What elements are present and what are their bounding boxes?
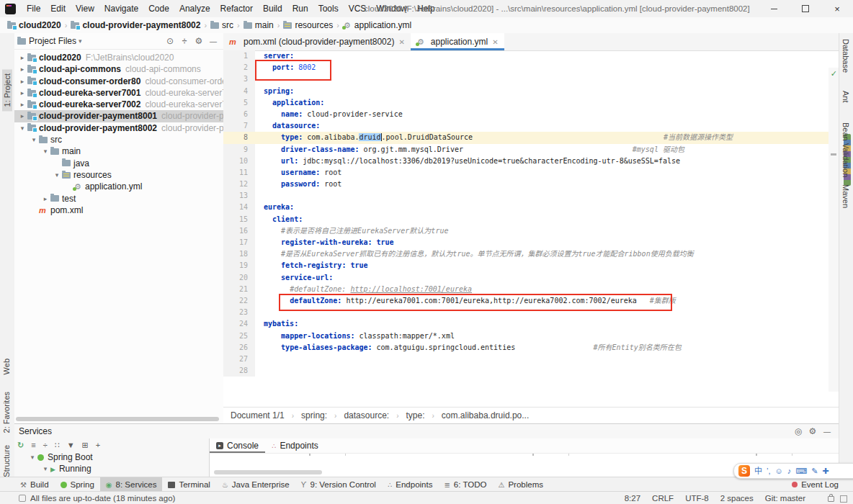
tree-item-cloud-api-commons[interactable]: ▸cloud-api-commonscloud-api-commons [14, 63, 223, 75]
breadcrumb-type[interactable]: type: [406, 410, 425, 420]
code-line-24[interactable]: 24mybatis: [223, 318, 839, 330]
chevron-right-icon[interactable]: ▸ [17, 99, 27, 110]
chevron-down-icon[interactable]: ▾ [27, 451, 37, 463]
tool-button-build[interactable]: ⚒Build [14, 477, 55, 492]
tree-item-cloud-consumer-order80[interactable]: ▸cloud-consumer-order80cloud-consumer-or… [14, 76, 223, 87]
collapse-all-button[interactable] [177, 36, 192, 46]
gear-icon[interactable] [805, 426, 820, 436]
tree-item-cloud-eureka-server7001[interactable]: ▸cloud-eureka-server7001cloud-eureka-ser… [14, 87, 223, 99]
help-icon[interactable] [791, 426, 805, 436]
tool-button-database[interactable]: Database [841, 39, 850, 73]
punctuation-icon[interactable]: ’, [767, 467, 771, 475]
tool-button-endpoints[interactable]: ∴Endpoints [382, 477, 439, 492]
status-widget-git-master[interactable]: Git: master [765, 494, 805, 503]
breadcrumb-main[interactable]: main [244, 20, 274, 30]
tab-endpoints[interactable]: ∴Endpoints [265, 438, 325, 453]
tool-button-java-enterprise[interactable]: ♨Java Enterprise [216, 477, 295, 492]
menu-edit[interactable]: Edit [45, 1, 71, 16]
project-horizontal-scrollbar[interactable] [16, 417, 219, 421]
breadcrumb-cloud-provider-payment8002[interactable]: cloud-provider-payment8002 [71, 20, 200, 30]
group-by-icon[interactable]: ∷ [55, 441, 60, 450]
chevron-down-icon[interactable]: ▾ [29, 134, 39, 145]
menu-run[interactable]: Run [287, 1, 313, 16]
chevron-down-icon[interactable]: ▾ [40, 463, 50, 474]
chevron-right-icon[interactable]: ▸ [17, 76, 27, 87]
code-line-3[interactable]: 3 [223, 73, 839, 85]
tree-item-cloud-eureka-server7002[interactable]: ▸cloud-eureka-server7002cloud-eureka-ser… [14, 99, 223, 110]
menu-analyze[interactable]: Analyze [174, 1, 215, 16]
code-line-8[interactable]: 8 type: com.alibaba.druid.pool.DruidData… [223, 132, 839, 143]
expand-all-icon[interactable]: ≡ [31, 441, 35, 449]
code-line-23[interactable]: 23 [223, 307, 839, 318]
chevron-right-icon[interactable]: ▸ [17, 110, 27, 122]
tool-button-web[interactable]: Web [2, 359, 11, 374]
breadcrumb-cloud2020[interactable]: cloud2020 [7, 20, 61, 30]
chinese-mode-icon[interactable]: 中 [754, 467, 762, 475]
code-line-1[interactable]: 1server: [223, 50, 839, 62]
tree-item-cloud-provider-payment8001[interactable]: ▸cloud-provider-payment8001cloud-provide… [14, 110, 223, 122]
editor-scrollbar[interactable]: ✓ [829, 68, 839, 392]
indent-guide-icon[interactable] [840, 495, 847, 503]
chevron-right-icon[interactable]: ▸ [17, 52, 27, 63]
tool-button-bean-validation[interactable]: Bean Validation [841, 122, 850, 177]
skin-icon[interactable]: ✎ [811, 467, 818, 475]
status-widget-8-27[interactable]: 8:27 [625, 494, 640, 503]
gear-icon[interactable] [192, 36, 206, 46]
breadcrumb-resources[interactable]: resources [283, 20, 333, 30]
code-line-4[interactable]: 4spring: [223, 86, 839, 97]
tree-item-cloud2020[interactable]: ▸cloud2020F:\JetBrains\cloud2020 [14, 52, 223, 63]
tool-button-problems[interactable]: ⚠Problems [492, 477, 549, 492]
filter-icon[interactable]: ▼ [67, 441, 75, 449]
tool-button-maven[interactable]: Maven [841, 184, 850, 208]
tool-button-spring[interactable]: Spring [55, 477, 100, 492]
tree-item-cloud-provider-payment8002[interactable]: ▾cloud-provider-payment8002cloud-provide… [14, 122, 223, 134]
menu-tools[interactable]: Tools [313, 1, 344, 16]
tree-item-pom-xml[interactable]: mpom.xml [14, 204, 223, 216]
tree-item-src[interactable]: ▾src [14, 134, 223, 145]
maximize-button[interactable] [790, 0, 821, 17]
minimize-button[interactable] [758, 0, 790, 17]
chevron-right-icon[interactable]: ▸ [17, 87, 27, 99]
tree-item-main[interactable]: ▾main [14, 145, 223, 157]
rerun-icon[interactable]: ↻ [17, 441, 24, 450]
code-line-18[interactable]: 18 #是否从EurekaServer抓取已有的注册信息，默认为true。单节点… [223, 248, 839, 260]
close-button[interactable]: × [821, 0, 853, 17]
code-line-5[interactable]: 5 application: [223, 97, 839, 109]
code-line-26[interactable]: 26 type-aliases-package: com.atguigu.spr… [223, 342, 839, 354]
collapse-all-icon[interactable]: ÷ [43, 441, 48, 449]
status-widget-2-spaces[interactable]: 2 spaces [720, 494, 754, 503]
keyboard-icon[interactable]: ⌨ [795, 467, 807, 475]
breadcrumb-application-yml[interactable]: application.yml [343, 20, 411, 30]
tool-button-1-project[interactable]: 1: Project [2, 69, 12, 111]
code-line-25[interactable]: 25 mapper-locations: classpath:mapper/*.… [223, 330, 839, 342]
hide-panel-button[interactable] [820, 426, 834, 436]
close-icon[interactable]: ✕ [492, 38, 498, 46]
console-horizontal-scrollbar[interactable] [214, 470, 322, 474]
voice-icon[interactable]: ♪ [787, 467, 792, 475]
close-icon[interactable]: ✕ [398, 38, 404, 46]
tool-button-8-services[interactable]: ◉8: Services [100, 477, 163, 492]
code-line-27[interactable]: 27 [223, 354, 839, 365]
code-line-16[interactable]: 16 #表示是否将自己注册进EurekaServer默认为true [223, 225, 839, 237]
menu-refactor[interactable]: Refactor [215, 1, 258, 16]
plus-icon[interactable]: + [96, 441, 100, 449]
chevron-down-icon[interactable]: ▾ [52, 169, 62, 181]
breadcrumb-datasource[interactable]: datasource: [344, 410, 389, 420]
tree-item-application-yml[interactable]: application.yml [14, 181, 223, 192]
tool-button-event-log[interactable]: Event Log [786, 477, 844, 492]
project-view-title[interactable]: Project Files [29, 36, 76, 46]
tool-button-ant[interactable]: Ant [841, 91, 850, 103]
add-service-icon[interactable]: ⊞ [82, 441, 89, 450]
breadcrumb-document-1-1[interactable]: Document 1/1 [231, 410, 285, 420]
code-line-17[interactable]: 17 register-with-eureka: true [223, 237, 839, 248]
menu-view[interactable]: View [71, 1, 99, 16]
chevron-down-icon[interactable]: ▾ [79, 37, 82, 45]
code-line-12[interactable]: 12 password: root [223, 179, 839, 190]
code-line-7[interactable]: 7 datasource: [223, 120, 839, 132]
code-line-21[interactable]: 21 #defaultZone: http://localhost:7001/e… [223, 284, 839, 295]
code-line-20[interactable]: 20 service-url: [223, 272, 839, 284]
editor-tab-pom-xml[interactable]: mpom.xml (cloud-provider-payment8002)✕ [223, 33, 411, 50]
code-line-11[interactable]: 11 username: root [223, 167, 839, 179]
editor-tab-application-yml[interactable]: application.yml✕ [411, 33, 504, 50]
chevron-down-icon[interactable]: ▾ [40, 145, 50, 157]
